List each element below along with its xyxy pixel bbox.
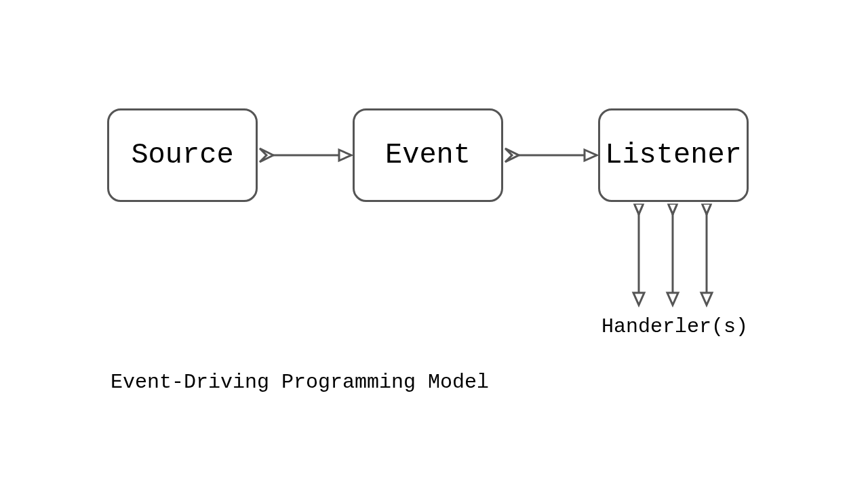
svg-marker-3 (505, 148, 519, 162)
arrow-listener-to-handler-3 (701, 205, 712, 305)
svg-marker-12 (703, 205, 711, 214)
arrow-listener-to-handler-2 (667, 205, 678, 305)
svg-marker-0 (260, 148, 273, 162)
arrow-listener-to-handler-1 (633, 205, 644, 305)
svg-marker-9 (669, 205, 677, 214)
svg-marker-6 (635, 205, 643, 214)
listener-box-label: Listener (605, 139, 742, 171)
arrows-overlay (0, 0, 868, 488)
svg-marker-14 (701, 293, 712, 305)
event-box: Event (353, 108, 503, 202)
source-box-label: Source (131, 139, 233, 171)
svg-marker-5 (585, 150, 597, 161)
svg-marker-2 (339, 150, 351, 161)
svg-marker-8 (633, 293, 644, 305)
svg-marker-11 (667, 293, 678, 305)
arrow-source-to-event (260, 148, 351, 162)
handlers-label: Handerler(s) (597, 315, 753, 338)
event-box-label: Event (385, 139, 471, 171)
diagram-caption: Event-Driving Programming Model (111, 371, 489, 394)
source-box: Source (107, 108, 258, 202)
arrow-event-to-listener (505, 148, 597, 162)
listener-box: Listener (598, 108, 749, 202)
